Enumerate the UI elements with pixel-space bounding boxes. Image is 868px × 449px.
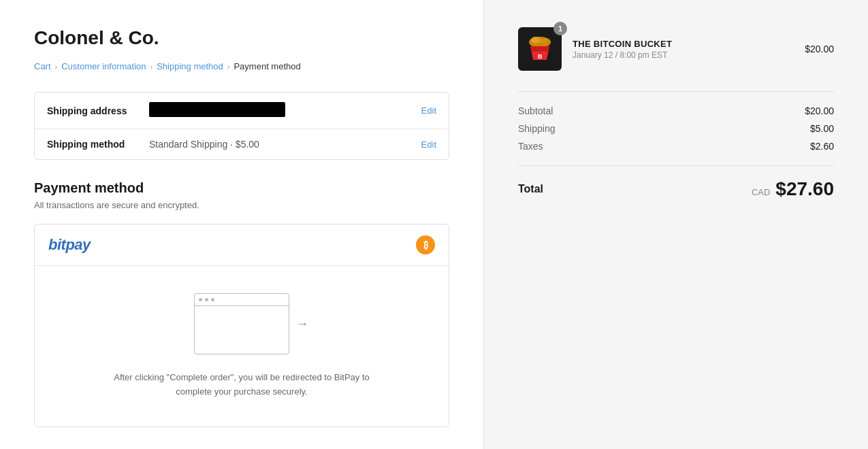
bitcoin-badge: ₿ xyxy=(416,235,435,254)
shipping-method-label: Shipping method xyxy=(47,139,149,150)
item-image-wrap: B 1 xyxy=(518,27,562,71)
payment-section-subtitle: All transactions are secure and encrypte… xyxy=(34,200,449,210)
redacted-address xyxy=(149,102,285,117)
bitpay-box: bitpay ₿ → After clicking "Complete orde… xyxy=(34,224,449,427)
left-panel: Colonel & Co. Cart › Customer informatio… xyxy=(0,0,483,449)
order-item: B 1 THE BITCOIN BUCKET January 12 / 8:00… xyxy=(518,27,834,71)
shipping-method-value: Standard Shipping · $5.00 xyxy=(149,139,421,150)
breadcrumb-customer-info[interactable]: Customer information xyxy=(61,61,146,71)
bitpay-logo-text: bitpay xyxy=(48,236,91,253)
browser-dot-3 xyxy=(211,298,214,301)
shipping-summary-label: Shipping xyxy=(518,123,556,134)
total-label: Total xyxy=(518,183,543,195)
shipping-row: Shipping $5.00 xyxy=(518,123,834,134)
taxes-value: $2.60 xyxy=(810,141,834,152)
redirect-arrow-icon: → xyxy=(296,317,308,331)
order-summary: Subtotal $20.00 Shipping $5.00 Taxes $2.… xyxy=(518,91,834,152)
item-name: THE BITCOIN BUCKET xyxy=(573,39,794,49)
shipping-summary-value: $5.00 xyxy=(810,123,834,134)
breadcrumb-sep-2: › xyxy=(150,63,153,71)
browser-dot-2 xyxy=(205,298,208,301)
bitcoin-icon: ₿ xyxy=(423,239,428,250)
bitpay-logo: bitpay xyxy=(48,236,91,254)
shipping-address-edit[interactable]: Edit xyxy=(421,105,436,116)
item-price: $20.00 xyxy=(805,44,834,54)
svg-point-2 xyxy=(540,38,548,44)
store-title: Colonel & Co. xyxy=(34,27,449,49)
right-panel: B 1 THE BITCOIN BUCKET January 12 / 8:00… xyxy=(483,0,868,449)
item-quantity-badge: 1 xyxy=(553,22,567,35)
shipping-method-edit[interactable]: Edit xyxy=(421,139,436,150)
shipping-address-row: Shipping address Edit xyxy=(35,93,449,129)
browser-dot-1 xyxy=(199,298,202,301)
item-date: January 12 / 8:00 pm EST xyxy=(573,50,794,60)
breadcrumb-sep-3: › xyxy=(227,63,230,71)
payment-section-title: Payment method xyxy=(34,180,449,196)
bitpay-content: → After clicking "Complete order", you w… xyxy=(35,266,449,427)
shipping-method-row: Shipping method Standard Shipping · $5.0… xyxy=(35,129,449,159)
breadcrumb-current: Payment method xyxy=(234,61,300,71)
bucket-svg: B xyxy=(524,33,556,65)
browser-illustration: → xyxy=(194,293,289,354)
subtotal-label: Subtotal xyxy=(518,105,553,116)
item-image: B xyxy=(518,27,562,71)
taxes-label: Taxes xyxy=(518,141,543,152)
subtotal-row: Subtotal $20.00 xyxy=(518,105,834,116)
svg-text:B: B xyxy=(538,53,543,60)
total-amount: $27.60 xyxy=(775,178,834,200)
item-info: THE BITCOIN BUCKET January 12 / 8:00 pm … xyxy=(573,39,794,60)
shipping-address-label: Shipping address xyxy=(47,105,149,116)
taxes-row: Taxes $2.60 xyxy=(518,141,834,152)
bitpay-header: bitpay ₿ xyxy=(35,224,449,266)
shipping-address-value xyxy=(149,102,421,119)
breadcrumb: Cart › Customer information › Shipping m… xyxy=(34,61,449,71)
total-right: CAD $27.60 xyxy=(752,178,834,200)
browser-titlebar xyxy=(195,294,289,306)
svg-point-1 xyxy=(531,37,541,44)
total-row: Total CAD $27.60 xyxy=(518,165,834,200)
total-currency: CAD xyxy=(752,187,770,197)
breadcrumb-cart[interactable]: Cart xyxy=(34,61,51,71)
info-box: Shipping address Edit Shipping method St… xyxy=(34,92,449,160)
breadcrumb-sep-1: › xyxy=(55,63,58,71)
subtotal-value: $20.00 xyxy=(805,105,834,116)
breadcrumb-shipping-method[interactable]: Shipping method xyxy=(157,61,223,71)
browser-window xyxy=(194,293,289,354)
bitpay-description: After clicking "Complete order", you wil… xyxy=(106,371,378,399)
